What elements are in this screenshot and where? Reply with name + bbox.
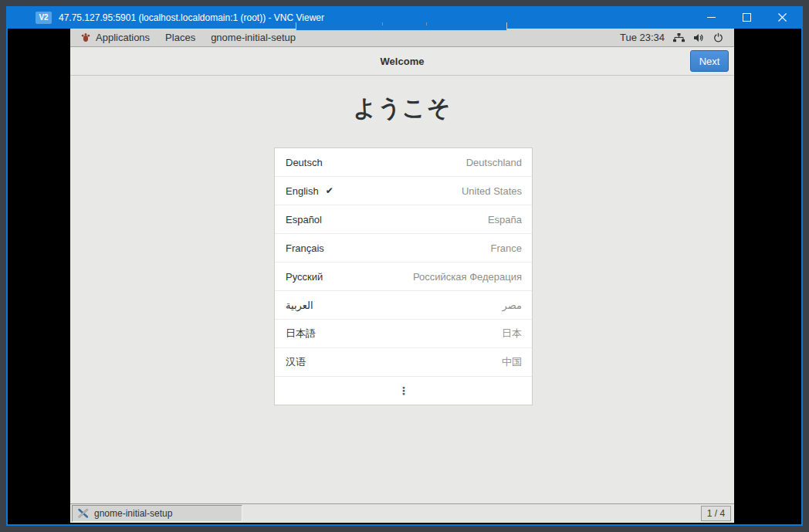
language-row-deutsch[interactable]: Deutsch Deutschland (275, 148, 532, 177)
language-row-chinese[interactable]: 汉语 中国 (275, 348, 532, 377)
remote-desktop: Applications Places gnome-initial-setup … (70, 29, 734, 523)
clock[interactable]: Tue 23:34 (620, 32, 665, 43)
more-ellipsis-icon: ⋮ (398, 385, 409, 397)
language-region: Deutschland (466, 157, 522, 168)
language-row-english[interactable]: English ✔ United States (275, 177, 532, 205)
gnome-footprint-icon (81, 32, 90, 42)
language-name: Español (286, 214, 322, 225)
maximize-icon (743, 11, 751, 25)
page-title: Welcome (70, 47, 734, 75)
maximize-button[interactable] (729, 6, 764, 29)
more-languages-row[interactable]: ⋮ (275, 377, 532, 405)
toolbar-divider (382, 22, 383, 25)
task-button-label: gnome-initial-setup (94, 508, 172, 519)
window-controls (693, 6, 800, 29)
volume-icon[interactable] (693, 33, 705, 42)
vnc-viewer-window: V2 47.75.127.95:5901 (localhost.localdom… (6, 6, 803, 526)
setup-tools-icon (77, 508, 90, 519)
vnc-app-icon: V2 (36, 12, 52, 24)
assistant-header: Welcome Next (70, 47, 734, 76)
language-name: العربية (286, 300, 313, 311)
language-name: Deutsch (286, 157, 323, 168)
language-region: مصر (503, 300, 522, 311)
window-list-taskbar: gnome-initial-setup 1 / 4 (70, 503, 734, 523)
selected-check-icon: ✔ (326, 185, 333, 196)
task-button-gnome-initial-setup[interactable]: gnome-initial-setup (72, 505, 242, 522)
language-name: 汉语 (286, 355, 306, 369)
language-region: 中国 (502, 355, 522, 369)
language-row-russian[interactable]: Русский Российская Федерация (275, 263, 532, 291)
language-row-francais[interactable]: Français France (275, 234, 532, 263)
status-area: Tue 23:34 (620, 32, 723, 43)
close-icon (778, 11, 787, 25)
workspace-pager[interactable]: 1 / 4 (701, 506, 731, 521)
close-button[interactable] (764, 6, 800, 29)
toolbar-divider (426, 22, 427, 25)
language-list: Deutsch Deutschland English ✔ United Sta… (274, 147, 533, 405)
language-region: España (488, 214, 522, 225)
places-menu[interactable]: Places (157, 29, 203, 47)
language-region: United States (462, 185, 522, 197)
language-name-text: English (286, 185, 319, 197)
gnome-top-bar: Applications Places gnome-initial-setup … (70, 29, 734, 47)
next-button[interactable]: Next (690, 50, 729, 72)
assistant-content: ようこそ Deutsch Deutschland English ✔ Unite… (70, 76, 734, 503)
language-name: Русский (286, 271, 323, 283)
language-name: Français (286, 242, 324, 254)
active-app-menu[interactable]: gnome-initial-setup (203, 29, 303, 47)
applications-label: Applications (96, 32, 150, 43)
vnc-hover-toolbar[interactable] (296, 22, 507, 31)
language-row-japanese[interactable]: 日本語 日本 (275, 320, 532, 348)
language-region: Российская Федерация (413, 271, 522, 283)
minimize-button[interactable] (693, 6, 729, 29)
language-name: 日本語 (286, 327, 316, 341)
places-label: Places (165, 32, 195, 43)
active-app-label: gnome-initial-setup (211, 32, 296, 43)
language-region: France (491, 242, 522, 254)
applications-menu[interactable]: Applications (81, 29, 157, 47)
power-icon[interactable] (713, 32, 723, 42)
vnc-canvas: Applications Places gnome-initial-setup … (8, 29, 801, 524)
welcome-heading: ようこそ (70, 93, 734, 124)
language-name: English ✔ (286, 185, 333, 197)
minimize-icon (707, 11, 716, 25)
language-row-espanol[interactable]: Español España (275, 205, 532, 234)
network-icon[interactable] (673, 33, 685, 42)
window-title: 47.75.127.95:5901 (localhost.localdomain… (59, 12, 324, 23)
language-row-arabic[interactable]: العربية مصر (275, 291, 532, 320)
screen: V2 47.75.127.95:5901 (localhost.localdom… (0, 0, 809, 532)
language-region: 日本 (502, 327, 522, 341)
